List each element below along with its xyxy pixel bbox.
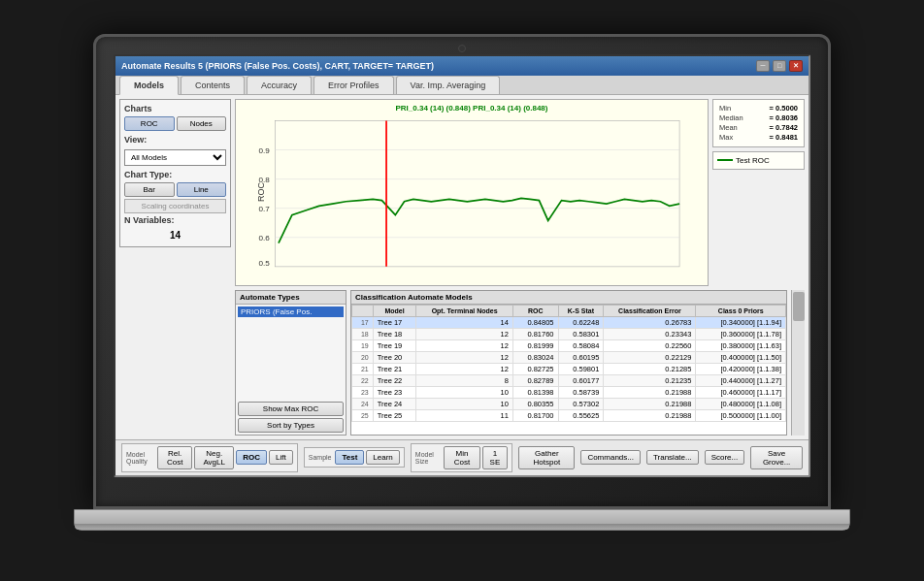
table-title: Classification Automate Models bbox=[351, 291, 786, 305]
col-ks: K-S Stat bbox=[558, 305, 604, 316]
minimize-button[interactable]: ─ bbox=[756, 60, 770, 72]
commands-btn[interactable]: Commands... bbox=[580, 450, 641, 465]
laptop-base bbox=[74, 509, 850, 531]
translate-btn[interactable]: Translate... bbox=[646, 450, 699, 465]
save-grove-btn[interactable]: Save Grove... bbox=[750, 446, 803, 469]
model-size-label: Model Size bbox=[415, 451, 441, 465]
median-label: Median bbox=[719, 113, 743, 122]
title-bar-controls: ─ □ ✕ bbox=[756, 60, 803, 72]
mean-value: = 0.7842 bbox=[770, 123, 798, 132]
sort-by-types-btn[interactable]: Sort by Types bbox=[238, 418, 344, 433]
types-buttons: Show Max ROC Sort by Types bbox=[236, 400, 346, 435]
chart-type-group: ROC Nodes bbox=[124, 116, 226, 131]
tab-accuracy[interactable]: Accuracy bbox=[247, 76, 312, 94]
stats-box: Min = 0.5000 Median = 0.8036 Mean bbox=[712, 99, 805, 147]
n-vars-label: N Variables: bbox=[124, 215, 226, 225]
chart-type-label: Chart Type: bbox=[124, 170, 226, 179]
line-btn[interactable]: Line bbox=[177, 182, 227, 197]
n-vars-value: 14 bbox=[124, 228, 226, 242]
stats-panel: Min = 0.5000 Median = 0.8036 Mean bbox=[712, 99, 805, 286]
svg-rect-0 bbox=[276, 120, 680, 266]
min-cost-btn[interactable]: Min Cost bbox=[444, 446, 479, 469]
lift-btn[interactable]: Lift bbox=[269, 450, 293, 465]
tab-contents[interactable]: Contents bbox=[181, 76, 245, 94]
col-num bbox=[352, 305, 374, 316]
min-label: Min bbox=[719, 104, 731, 113]
maximize-button[interactable]: □ bbox=[773, 60, 786, 72]
sample-label: Sample bbox=[309, 454, 332, 461]
bottom-area: Automate Types PRIORS (False Pos. Show M… bbox=[235, 290, 805, 436]
table-row[interactable]: 22 Tree 22 8 0.82789 0.60177 0.21235 [0.… bbox=[352, 374, 786, 386]
window-title: Automate Results 5 (PRIORS (False Pos. C… bbox=[121, 61, 434, 71]
rel-cost-btn[interactable]: Rel. Cost bbox=[157, 446, 192, 469]
table-row[interactable]: 25 Tree 25 11 0.81700 0.55625 0.21988 [0… bbox=[352, 409, 786, 421]
neg-avgll-btn[interactable]: Neg. AvgLL bbox=[194, 446, 234, 469]
roc-btn[interactable]: ROC bbox=[124, 116, 175, 131]
automate-types-panel: Automate Types PRIORS (False Pos. Show M… bbox=[235, 290, 346, 436]
table-row[interactable]: 17 Tree 17 14 0.84805 0.62248 0.26783 [0… bbox=[352, 316, 786, 328]
scaling-btn[interactable]: Scaling coordinates bbox=[124, 199, 226, 213]
table-row[interactable]: 18 Tree 18 12 0.81760 0.58301 0.23343 [0… bbox=[352, 328, 786, 339]
tab-bar: Models Contents Accuracy Error Profiles … bbox=[116, 76, 808, 95]
close-button[interactable]: ✕ bbox=[789, 60, 803, 72]
gather-hotspot-btn[interactable]: Gather Hotspot bbox=[518, 446, 575, 469]
stat-min: Min = 0.5000 bbox=[719, 104, 798, 113]
stat-mean: Mean = 0.7842 bbox=[719, 123, 798, 132]
table-row[interactable]: 20 Tree 20 12 0.83024 0.60195 0.22129 [0… bbox=[352, 351, 786, 363]
automate-types-title: Automate Types bbox=[236, 291, 346, 305]
tab-var-imp[interactable]: Var. Imp. Averaging bbox=[396, 76, 501, 94]
col-error: Classification Error bbox=[604, 305, 696, 316]
chart-wrapper: PRI_0.34 (14) (0.848) PRI_0.34 (14) (0.8… bbox=[235, 99, 805, 286]
svg-text:0.7: 0.7 bbox=[258, 205, 270, 213]
stat-max: Max = 0.8481 bbox=[719, 133, 798, 142]
test-btn[interactable]: Test bbox=[335, 450, 364, 465]
table-row[interactable]: 19 Tree 19 12 0.81999 0.58084 0.22560 [0… bbox=[352, 339, 786, 351]
nodes-btn[interactable]: Nodes bbox=[177, 116, 227, 131]
table-row[interactable]: 21 Tree 21 12 0.82725 0.59801 0.21285 [0… bbox=[352, 363, 786, 374]
laptop-camera bbox=[458, 45, 466, 52]
laptop-outer: Automate Results 5 (PRIORS (False Pos. C… bbox=[64, 34, 860, 548]
main-content: Charts ROC Nodes View: All Models Chart … bbox=[116, 95, 808, 439]
one-se-btn[interactable]: 1 SE bbox=[482, 446, 509, 469]
svg-text:0.5: 0.5 bbox=[258, 258, 270, 267]
sample-group: Sample Test Learn bbox=[304, 447, 405, 468]
col-roc: ROC bbox=[512, 305, 558, 316]
legend-label: Test ROC bbox=[736, 156, 770, 165]
bar-line-group: Bar Line bbox=[124, 182, 226, 197]
col-model: Model bbox=[373, 305, 416, 316]
app-window: Automate Results 5 (PRIORS (False Pos. C… bbox=[116, 56, 808, 475]
model-quality-label: Model Quality bbox=[126, 451, 153, 465]
chart-area: PRI_0.34 (14) (0.848) PRI_0.34 (14) (0.8… bbox=[235, 99, 709, 286]
roc-toolbar-btn[interactable]: ROC bbox=[236, 450, 267, 465]
data-table: Model Opt. Terminal Nodes ROC K-S Stat C… bbox=[351, 305, 786, 422]
table-scroll[interactable]: Model Opt. Terminal Nodes ROC K-S Stat C… bbox=[351, 305, 786, 435]
show-max-roc-btn[interactable]: Show Max ROC bbox=[238, 402, 344, 416]
max-label: Max bbox=[719, 133, 733, 142]
stat-median: Median = 0.8036 bbox=[719, 113, 798, 122]
title-bar: Automate Results 5 (PRIORS (False Pos. C… bbox=[116, 56, 808, 76]
table-scrollbar[interactable] bbox=[791, 290, 805, 436]
table-row[interactable]: 23 Tree 23 10 0.81398 0.58739 0.21988 [0… bbox=[352, 386, 786, 398]
view-label: View: bbox=[124, 135, 226, 145]
learn-btn[interactable]: Learn bbox=[366, 450, 399, 465]
table-row[interactable]: 24 Tree 24 10 0.80355 0.57302 0.21988 [0… bbox=[352, 398, 786, 409]
charts-label: Charts bbox=[124, 104, 226, 113]
view-select[interactable]: All Models bbox=[124, 149, 226, 166]
bottom-toolbar: Model Quality Rel. Cost Neg. AvgLL ROC L… bbox=[116, 439, 808, 475]
bar-btn[interactable]: Bar bbox=[124, 182, 175, 197]
tab-models[interactable]: Models bbox=[119, 76, 179, 95]
score-btn[interactable]: Score... bbox=[705, 450, 745, 465]
max-value: = 0.8481 bbox=[770, 133, 798, 142]
types-list: PRIORS (False Pos. bbox=[236, 305, 346, 400]
roc-chart-svg: 0.9 0.8 0.7 0.6 0.5 bbox=[236, 100, 708, 285]
n-vars-box: N Variables: 14 bbox=[124, 215, 226, 242]
laptop-hinge bbox=[75, 524, 849, 530]
legend-line bbox=[717, 159, 733, 161]
min-value: = 0.5000 bbox=[770, 104, 798, 113]
tab-error-profiles[interactable]: Error Profiles bbox=[314, 76, 394, 94]
type-item[interactable]: PRIORS (False Pos. bbox=[238, 307, 344, 317]
mean-label: Mean bbox=[719, 123, 738, 132]
laptop-screen: Automate Results 5 (PRIORS (False Pos. C… bbox=[114, 54, 810, 477]
table-area: Classification Automate Models Model Opt… bbox=[350, 290, 787, 436]
left-panel: Charts ROC Nodes View: All Models Chart … bbox=[119, 99, 231, 436]
